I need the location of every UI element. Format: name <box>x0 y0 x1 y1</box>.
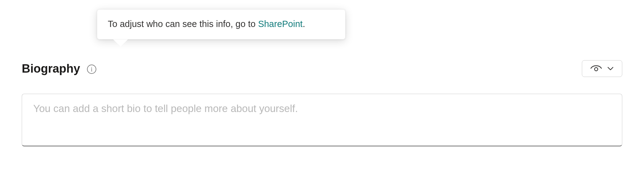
chevron-down-icon <box>607 65 614 72</box>
visibility-dropdown-button[interactable] <box>582 60 622 77</box>
tooltip-text-suffix: . <box>303 19 305 29</box>
biography-section-header: Biography <box>22 61 622 76</box>
section-title: Biography <box>22 62 80 75</box>
eye-icon <box>590 62 602 75</box>
info-icon[interactable] <box>87 65 96 74</box>
biography-input[interactable] <box>22 94 622 146</box>
sharepoint-link[interactable]: SharePoint <box>258 19 303 29</box>
svg-point-0 <box>595 68 598 71</box>
privacy-info-tooltip: To adjust who can see this info, go to S… <box>97 9 345 39</box>
tooltip-text-prefix: To adjust who can see this info, go to <box>108 19 258 29</box>
